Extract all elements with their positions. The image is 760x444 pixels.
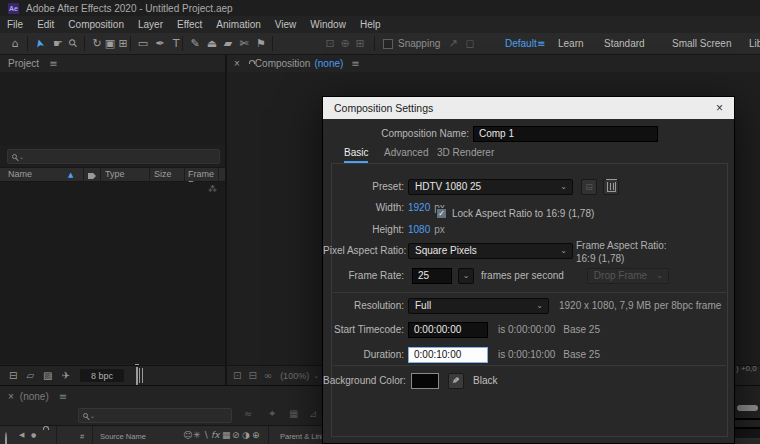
duration-input[interactable]: 0:00:10:00 bbox=[408, 347, 488, 363]
show-channel-icon[interactable]: ⊟ bbox=[248, 370, 256, 381]
frame-blending-icon[interactable]: ▦ bbox=[222, 430, 231, 440]
preset-dropdown[interactable]: HDTV 1080 25 ⌄ bbox=[408, 179, 573, 195]
menu-file[interactable]: File bbox=[0, 19, 30, 30]
graph-editor-icon[interactable]: ⊿ bbox=[309, 408, 317, 419]
menu-composition[interactable]: Composition bbox=[61, 19, 131, 30]
mask-visibility-glasses-icon[interactable]: ∞ bbox=[264, 370, 272, 381]
workspace-learn[interactable]: Learn bbox=[558, 33, 584, 55]
project-search-input[interactable]: ⌄ bbox=[7, 149, 220, 164]
zoom-tool-icon[interactable]: ⚲ bbox=[63, 33, 83, 54]
puppet-pin-tool-icon[interactable]: ⚑ bbox=[251, 33, 271, 54]
bit-depth-button[interactable]: 8 bpc bbox=[80, 369, 124, 382]
start-timecode-label: Start Timecode: bbox=[323, 324, 404, 335]
timeline-close-icon[interactable]: × bbox=[8, 391, 14, 402]
dialog-close-icon[interactable]: × bbox=[716, 101, 723, 115]
timeline-scrollbar-thumb[interactable] bbox=[737, 405, 758, 411]
workspace-standard[interactable]: Standard bbox=[604, 33, 645, 55]
snapping-label: Snapping bbox=[398, 33, 440, 55]
3d-layer-icon[interactable]: ⊕ bbox=[252, 430, 260, 440]
start-timecode-base: Base 25 bbox=[563, 324, 600, 335]
composition-tab-label[interactable]: Composition bbox=[255, 58, 311, 69]
layer-number-column[interactable]: # bbox=[80, 432, 84, 441]
search-icon bbox=[12, 154, 17, 159]
width-value[interactable]: 1920 bbox=[408, 202, 430, 213]
dialog-title: Composition Settings bbox=[334, 102, 433, 114]
new-composition-icon[interactable]: ✈ bbox=[62, 370, 70, 381]
timeline-search-input[interactable]: ⌄ bbox=[78, 408, 232, 423]
menu-edit[interactable]: Edit bbox=[30, 19, 61, 30]
menu-help[interactable]: Help bbox=[353, 19, 388, 30]
workspace-small-screen[interactable]: Small Screen bbox=[672, 33, 731, 55]
height-value[interactable]: 1080 bbox=[408, 224, 430, 235]
selection-tool-icon[interactable]: ➤ bbox=[30, 33, 50, 54]
tab-basic[interactable]: Basic bbox=[344, 147, 368, 158]
draft-3d-icon[interactable]: ✦ bbox=[268, 408, 276, 419]
app-window: Ae Adobe After Effects 2020 - Untitled P… bbox=[0, 0, 760, 444]
project-preview-area bbox=[0, 72, 225, 145]
search-icon bbox=[83, 413, 88, 418]
menu-animation[interactable]: Animation bbox=[209, 19, 267, 30]
column-name[interactable]: Name bbox=[8, 169, 32, 179]
save-preset-icon[interactable]: ⊟ bbox=[581, 179, 597, 195]
frame-rate-caret-button[interactable]: ⌄ bbox=[458, 268, 474, 284]
chevron-down-icon: ⌄ bbox=[536, 301, 543, 310]
magnification-caret-icon[interactable]: ⌄ bbox=[313, 372, 319, 380]
dialog-titlebar[interactable]: Composition Settings × bbox=[323, 97, 734, 119]
menu-effect[interactable]: Effect bbox=[170, 19, 209, 30]
frame-rate-unit: frames per second bbox=[481, 270, 564, 281]
menu-window[interactable]: Window bbox=[303, 19, 353, 30]
magnification-dropdown[interactable]: (100%) bbox=[280, 371, 309, 381]
column-size[interactable]: Size bbox=[154, 169, 172, 179]
effects-fx-icon[interactable]: fx bbox=[211, 430, 220, 440]
project-panel-menu-icon[interactable]: ≡ bbox=[49, 58, 57, 69]
resolution-dropdown[interactable]: Full ⌄ bbox=[408, 298, 549, 314]
new-folder-icon[interactable]: ▱ bbox=[26, 370, 34, 381]
interpret-footage-icon[interactable]: ⊟ bbox=[9, 370, 17, 381]
composition-name-input[interactable]: Comp 1 bbox=[473, 126, 658, 142]
timeline-menu-icon[interactable]: ≡ bbox=[59, 391, 67, 402]
workspace-libraries[interactable]: Lib bbox=[749, 33, 760, 55]
motion-blur-icon[interactable]: ⊘ bbox=[232, 430, 240, 440]
quality-icon[interactable]: ∖ bbox=[203, 430, 209, 440]
adjustment-layer-icon[interactable]: ◑ bbox=[242, 430, 250, 440]
parent-link-column[interactable]: Parent & Link bbox=[280, 432, 325, 441]
frame-blending-master-icon[interactable]: ▦ bbox=[289, 408, 298, 419]
snapping-checkbox[interactable] bbox=[383, 39, 393, 49]
close-panel-icon[interactable]: × bbox=[234, 58, 240, 69]
pixel-aspect-ratio-dropdown[interactable]: Square Pixels ⌄ bbox=[408, 243, 573, 259]
solo-icon[interactable]: ● bbox=[31, 431, 36, 438]
source-name-column[interactable]: Source Name bbox=[100, 432, 146, 441]
workspace-default[interactable]: Default bbox=[505, 33, 537, 55]
start-timecode-input[interactable]: 0:00:00:00 bbox=[408, 322, 488, 338]
tab-advanced[interactable]: Advanced bbox=[384, 147, 428, 158]
video-eye-icon[interactable] bbox=[5, 433, 7, 444]
project-tab-label[interactable]: Project bbox=[8, 58, 39, 69]
tab-3d-renderer[interactable]: 3D Renderer bbox=[437, 147, 494, 158]
frame-rate-input[interactable]: 25 bbox=[412, 268, 452, 284]
collapse-transformations-icon[interactable]: ✳ bbox=[193, 430, 201, 440]
type-tool-icon[interactable]: T bbox=[166, 33, 186, 54]
chevron-down-icon: ⌄ bbox=[560, 182, 567, 191]
eyedropper-icon[interactable]: ✎ bbox=[448, 373, 464, 389]
delete-item-trash-icon[interactable] bbox=[136, 367, 138, 385]
region-of-interest-icon[interactable]: ◻ bbox=[460, 33, 480, 54]
background-color-swatch[interactable] bbox=[411, 373, 439, 389]
workspace-menu-icon[interactable]: ≡ bbox=[537, 33, 545, 55]
menu-view[interactable]: View bbox=[268, 19, 304, 30]
home-icon[interactable]: ⌂ bbox=[5, 33, 25, 54]
mini-flowchart-icon[interactable]: ≈ bbox=[244, 408, 252, 419]
sort-ascending-icon[interactable]: ▲ bbox=[68, 171, 73, 179]
shy-icon[interactable]: ☺ bbox=[183, 430, 192, 440]
axis-view-icon[interactable]: ⊞ bbox=[350, 33, 370, 54]
composition-panel-menu-icon[interactable]: ≡ bbox=[351, 58, 359, 69]
search-caret-icon: ⌄ bbox=[19, 153, 24, 160]
snapshot-icon[interactable]: ⊡ bbox=[233, 370, 241, 381]
column-type[interactable]: Type bbox=[105, 169, 125, 179]
lock-aspect-checkbox[interactable]: ✓ bbox=[436, 208, 447, 219]
project-flowchart-icon[interactable]: ⁂ bbox=[208, 184, 217, 194]
footage-color-icon[interactable]: ▨ bbox=[43, 370, 52, 381]
audio-speaker-icon[interactable]: ◀ bbox=[19, 431, 24, 439]
menu-layer[interactable]: Layer bbox=[131, 19, 170, 30]
delete-preset-trash-icon[interactable] bbox=[603, 179, 619, 195]
resolution-label: Resolution: bbox=[323, 300, 404, 311]
